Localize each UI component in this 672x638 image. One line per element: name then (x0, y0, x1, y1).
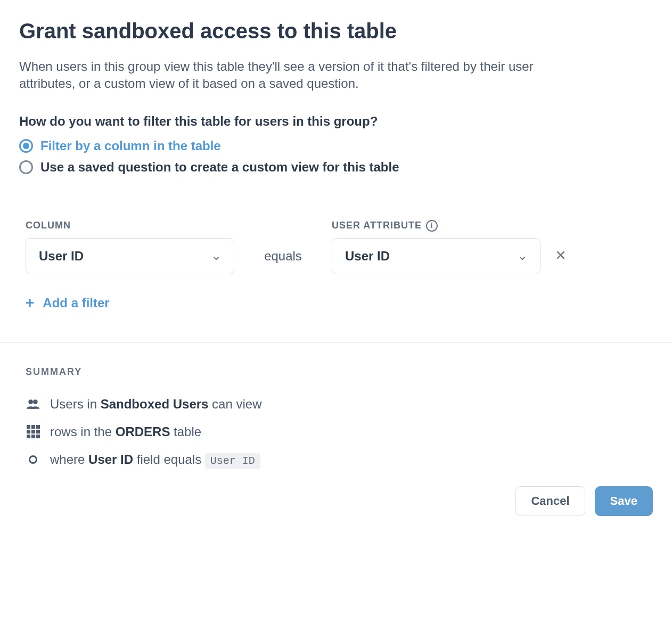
summary-table: ORDERS (116, 424, 170, 439)
add-filter-label: Add a filter (43, 296, 109, 310)
summary-group: Sandboxed Users (101, 397, 209, 411)
column-select[interactable]: User ID (26, 238, 234, 274)
chevron-down-icon (518, 251, 527, 261)
grid-icon (26, 424, 40, 439)
filter-operator: equals (234, 249, 332, 264)
summary-line-table: rows in the ORDERS table (26, 424, 646, 439)
plus-icon: + (26, 296, 34, 310)
summary-text: field equals (133, 452, 205, 467)
user-attribute-select-value: User ID (345, 249, 390, 264)
save-button[interactable]: Save (595, 486, 653, 516)
filter-row: User ID equals User ID (26, 238, 646, 274)
intro-text: When users in this group view this table… (19, 58, 578, 93)
filter-mode-radio-group: Filter by a column in the table Use a sa… (19, 138, 653, 175)
radio-unselected-icon (19, 160, 33, 174)
summary-text: can view (208, 397, 261, 411)
page-title: Grant sandboxed access to this table (19, 19, 653, 43)
svg-point-2 (28, 399, 33, 404)
summary-title: SUMMARY (26, 366, 646, 378)
user-attribute-select[interactable]: User ID (332, 238, 540, 274)
summary-field: User ID (88, 452, 133, 467)
summary-text: rows in the (50, 424, 116, 439)
people-icon (26, 397, 40, 412)
add-filter-button[interactable]: + Add a filter (26, 296, 110, 310)
info-icon[interactable]: i (426, 220, 438, 232)
radio-label: Filter by a column in the table (40, 138, 221, 153)
filter-question: How do you want to filter this table for… (19, 114, 653, 129)
cancel-button[interactable]: Cancel (515, 486, 585, 516)
radio-filter-by-column[interactable]: Filter by a column in the table (19, 138, 653, 153)
summary-text: Users in (50, 397, 101, 411)
column-header-label: COLUMN (26, 220, 234, 231)
summary-text: where (50, 452, 88, 467)
remove-filter-button[interactable] (540, 249, 566, 264)
radio-use-saved-question[interactable]: Use a saved question to create a custom … (19, 160, 653, 175)
radio-label: Use a saved question to create a custom … (40, 160, 399, 175)
chevron-down-icon (211, 251, 221, 261)
summary-line-where: where User ID field equals User ID (26, 452, 646, 467)
svg-point-3 (33, 399, 38, 404)
summary-attr-chip: User ID (205, 453, 260, 469)
circle-icon (26, 452, 40, 467)
user-attribute-header-label: USER ATTRIBUTE (332, 220, 422, 231)
radio-selected-icon (19, 139, 33, 153)
summary-text: table (170, 424, 201, 439)
summary-line-users: Users in Sandboxed Users can view (26, 397, 646, 412)
dialog-footer: Cancel Save (19, 486, 653, 516)
column-select-value: User ID (39, 249, 84, 264)
